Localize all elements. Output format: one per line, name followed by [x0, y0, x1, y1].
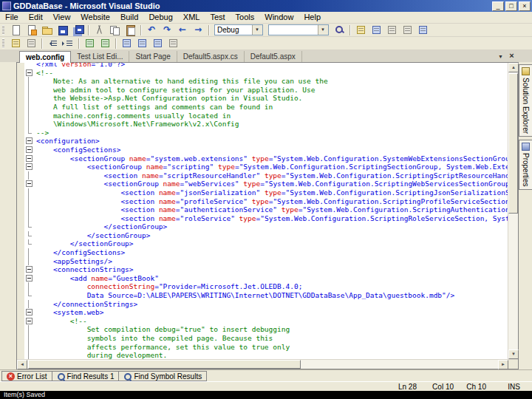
code-line[interactable]: affects performance, set this value to t…: [17, 343, 508, 352]
menu-window[interactable]: Window: [259, 12, 299, 23]
clear-bookmarks-button[interactable]: [166, 37, 180, 50]
fold-collapse-icon[interactable]: [24, 317, 35, 326]
solution-platforms-combo[interactable]: [268, 24, 329, 35]
menu-tools[interactable]: Tools: [231, 12, 260, 23]
fold-collapse-icon[interactable]: [24, 154, 35, 163]
code-line[interactable]: <?xml version="1.0"?>: [17, 63, 508, 69]
code-line[interactable]: \Windows\Microsoft.Net\Framework\v2.x\Co…: [17, 120, 508, 129]
code-line[interactable]: <connectionStrings>: [17, 265, 508, 274]
vertical-scroll-thumb[interactable]: [508, 73, 518, 214]
menu-website[interactable]: Website: [75, 12, 115, 23]
horizontal-scroll-thumb[interactable]: [28, 360, 301, 369]
horizontal-scroll-track[interactable]: [27, 360, 498, 369]
code-line[interactable]: <system.web>: [17, 308, 508, 317]
previous-bookmark-button[interactable]: [134, 37, 149, 50]
copy-button[interactable]: [107, 24, 122, 36]
code-line[interactable]: machine.config.comments usually located …: [17, 112, 508, 120]
code-line[interactable]: <section name="authenticationService" ty…: [17, 205, 508, 214]
menu-test[interactable]: Test: [205, 12, 230, 23]
scroll-up-icon[interactable]: [508, 63, 519, 72]
code-line[interactable]: connectionString="Provider=Microsoft.Jet…: [17, 282, 508, 291]
undo-button[interactable]: [144, 24, 159, 36]
create-schema-button[interactable]: [8, 37, 23, 50]
fold-collapse-icon[interactable]: [24, 137, 35, 146]
save-button[interactable]: [55, 24, 69, 36]
code-line[interactable]: <configuration>: [17, 137, 508, 146]
properties-window-button[interactable]: [369, 24, 383, 36]
code-line[interactable]: symbols into the compiled page. Because …: [17, 334, 508, 343]
code-line[interactable]: <sectionGroup name="system.web.extension…: [17, 154, 508, 163]
code-line[interactable]: <appSettings/>: [17, 257, 508, 266]
navigate-backward-button[interactable]: [175, 24, 190, 36]
fold-collapse-icon[interactable]: [24, 163, 35, 171]
doc-tab-test-list-edi[interactable]: Test List Edi...: [71, 51, 129, 62]
doc-tab-start-page[interactable]: Start Page: [129, 51, 177, 62]
find-in-files-button[interactable]: [332, 24, 347, 36]
add-new-item-button[interactable]: [24, 24, 38, 36]
tab-list-dropdown-icon[interactable]: [496, 51, 505, 61]
code-line[interactable]: <section name="jsonSerialization" type="…: [17, 188, 508, 197]
code-line[interactable]: <sectionGroup name="scripting" type="Sys…: [17, 163, 508, 171]
fold-collapse-icon[interactable]: [24, 146, 35, 154]
code-line[interactable]: web admin tool to configure settings for…: [17, 86, 508, 95]
panel-tab-find-results-1[interactable]: Find Results 1: [52, 371, 120, 381]
fold-collapse-icon[interactable]: [24, 69, 35, 78]
scroll-down-icon[interactable]: [508, 349, 519, 359]
navigate-forward-button[interactable]: [191, 24, 205, 36]
scroll-right-icon[interactable]: [498, 360, 508, 369]
code-line[interactable]: </sectionGroup>: [17, 231, 508, 240]
increase-indent-button[interactable]: [61, 37, 75, 50]
menu-build[interactable]: Build: [115, 12, 143, 23]
comment-out-button[interactable]: [82, 37, 97, 50]
menu-edit[interactable]: Edit: [24, 12, 48, 23]
panel-tab-error-list[interactable]: Error List: [1, 371, 52, 381]
new-project-button[interactable]: [8, 24, 23, 36]
menu-view[interactable]: View: [48, 12, 76, 23]
vertical-scrollbar[interactable]: [508, 63, 518, 359]
menu-help[interactable]: Help: [299, 12, 326, 23]
code-line[interactable]: <section name="roleService" type="System…: [17, 214, 508, 223]
toolbar-grip[interactable]: [2, 25, 4, 35]
next-bookmark-button[interactable]: [150, 37, 165, 50]
save-all-button[interactable]: [70, 24, 85, 36]
uncomment-button[interactable]: [98, 37, 112, 50]
minimize-button[interactable]: _: [492, 1, 504, 11]
code-line[interactable]: </sectionGroup>: [17, 222, 508, 231]
code-line[interactable]: Note: As an alternative to hand editing …: [17, 77, 508, 86]
horizontal-scrollbar[interactable]: [17, 359, 518, 369]
doc-tab-web-config[interactable]: web.config: [19, 51, 71, 63]
doc-tab-default5-aspx[interactable]: Default5.aspx: [245, 51, 302, 62]
code-area[interactable]: <?xml version="1.0"?><!-- Note: As an al…: [17, 63, 508, 359]
panel-tab-find-symbol-results[interactable]: Find Symbol Results: [118, 371, 207, 381]
code-line[interactable]: <configSections>: [17, 146, 508, 154]
doc-tab-default5-aspx-cs[interactable]: Default5.aspx.cs: [177, 51, 245, 62]
fold-collapse-icon[interactable]: [24, 180, 35, 188]
solution-configurations-combo[interactable]: Debug: [214, 24, 263, 35]
code-line[interactable]: </sectionGroup>: [17, 239, 508, 248]
toggle-bookmark-button[interactable]: [119, 37, 134, 50]
close-document-icon[interactable]: [507, 51, 516, 61]
menu-file[interactable]: File: [0, 12, 24, 23]
code-line[interactable]: <section name="scriptResourceHandler" ty…: [17, 171, 508, 180]
close-button[interactable]: ×: [519, 1, 531, 11]
side-tab-solution-explorer[interactable]: Solution Explorer: [519, 64, 532, 137]
object-browser-button[interactable]: [384, 24, 399, 36]
vertical-scroll-track[interactable]: [508, 72, 518, 349]
code-line[interactable]: Set compilation debug="true" to insert d…: [17, 325, 508, 334]
open-file-button[interactable]: [39, 24, 54, 36]
solution-explorer-button[interactable]: [353, 24, 368, 36]
menu-debug[interactable]: Debug: [143, 12, 177, 23]
code-line[interactable]: Data Source=D:\ALBE\PAPERS\WRITING\Inter…: [17, 291, 508, 300]
code-line[interactable]: <!--: [17, 69, 508, 78]
code-line[interactable]: <!--: [17, 317, 508, 326]
side-tab-properties[interactable]: Properties: [519, 140, 532, 190]
code-line[interactable]: the Website->Asp.Net Configuration optio…: [17, 94, 508, 103]
toolbar-grip[interactable]: [2, 38, 4, 48]
redo-button[interactable]: [160, 24, 174, 36]
code-line[interactable]: </connectionStrings>: [17, 300, 508, 309]
code-line[interactable]: <sectionGroup name="webServices" type="S…: [17, 180, 508, 188]
code-line[interactable]: during development.: [17, 351, 508, 359]
menu-xml[interactable]: XML: [178, 12, 205, 23]
combo-dropdown-icon[interactable]: [318, 25, 328, 35]
start-page-button[interactable]: [415, 24, 430, 36]
